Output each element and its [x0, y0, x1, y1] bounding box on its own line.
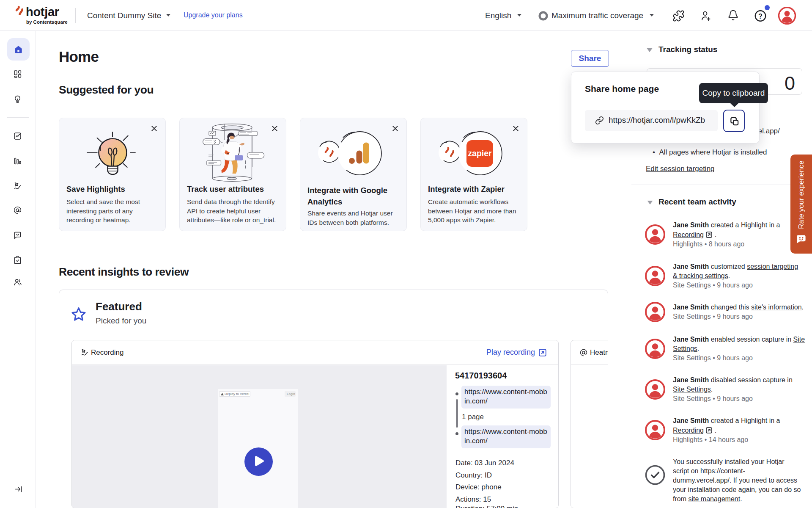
svg-text:?: ? [758, 13, 763, 20]
svg-text:zapier: zapier [468, 149, 492, 158]
